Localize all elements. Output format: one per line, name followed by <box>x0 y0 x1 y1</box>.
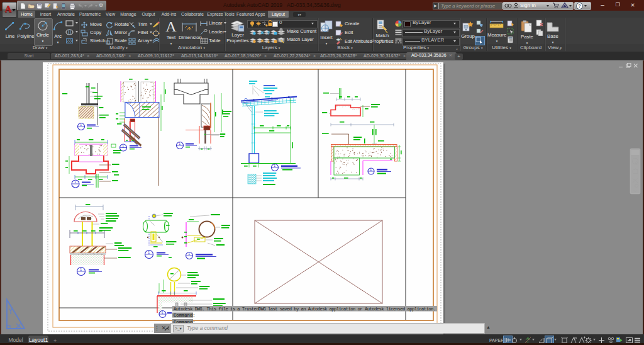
svg-text:1: 1 <box>370 167 372 171</box>
svg-text:Autodesk DWG. This file is a: Autodesk DWG. This file is a TrustedDWG … <box>174 307 436 312</box>
svg-text:1: 1 <box>80 268 82 271</box>
svg-text:1: 1 <box>74 180 76 184</box>
svg-text:1: 1 <box>148 251 150 254</box>
svg-text:1: 1 <box>80 123 82 127</box>
svg-text:Command:: Command: <box>174 313 196 318</box>
svg-text:1: 1 <box>274 164 275 167</box>
svg-text:1: 1 <box>122 144 124 148</box>
svg-text:1: 1 <box>179 142 180 145</box>
svg-text:1: 1 <box>162 310 164 314</box>
svg-text:1: 1 <box>188 252 190 256</box>
